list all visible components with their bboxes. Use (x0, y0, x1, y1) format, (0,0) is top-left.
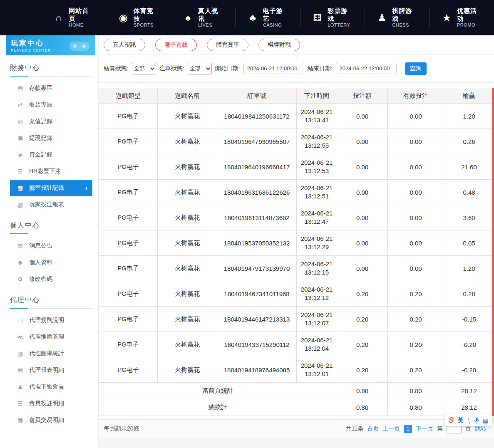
settle-status-select[interactable]: 全部 (132, 63, 156, 74)
bet-date: 2024-06-21 (299, 285, 335, 294)
top-nav-items: ⌂网站首页HOME◉体育竞技SPORTS♠真人视讯LIVES♣电子游艺CASIN… (42, 8, 494, 27)
tab-live-video[interactable]: 真人視訊 (104, 39, 145, 51)
table-right-accent (492, 88, 494, 416)
sidebar-item-label: 會員投註明細 (29, 400, 64, 407)
sidebar-item-agent-team-stats[interactable]: ▥代理團隊統計 (10, 345, 92, 362)
sidebar-item-profile[interactable]: ☻個人資料 (10, 254, 92, 271)
sidebar-item-funds-records[interactable]: ◈資金記錄 (10, 146, 92, 163)
start-date-input[interactable] (243, 63, 304, 74)
order-no-cell: 1804019433715290112 (217, 332, 297, 357)
sidebar-item-agent-rules[interactable]: ▢代理規則說明 (10, 312, 92, 329)
bet-date: 2024-06-21 (299, 311, 335, 319)
sidebar-item-deposit-zone[interactable]: ▤存款專區 (10, 80, 92, 97)
sidebar-item-label: 代理推廣管理 (29, 333, 64, 341)
summary-label: 當前頁統計 (99, 383, 337, 399)
nav-item-text: 电子游艺CASINO (263, 7, 289, 28)
game-type-cell: PG电子 (99, 281, 158, 307)
agent-team-stats-icon: ▥ (17, 350, 24, 357)
sidebar-item-agent-report[interactable]: ▤代理報表明細 (10, 362, 92, 379)
sogou-logo-icon[interactable]: S (449, 416, 454, 425)
game-type-cell: PG电子 (99, 129, 158, 154)
sidebar-item-player-bet-report[interactable]: ▨玩家投注報表 (10, 196, 92, 213)
ime-keyboard-icon[interactable]: ▦ (483, 417, 488, 424)
search-button[interactable]: 查詢 (405, 62, 427, 75)
game-name-cell: 火树赢花 (158, 154, 217, 180)
sidebar-item-hh-lottery-bets[interactable]: ☰HH彩票下注 (10, 163, 92, 180)
sports-icon: ◉ (117, 13, 129, 23)
ime-language-toggle[interactable]: 英 (457, 416, 464, 424)
nav-item-home[interactable]: ⌂网站首页HOME (42, 8, 106, 27)
sidebar-item-agent-promotion[interactable]: ≪代理推廣管理 (10, 329, 92, 345)
table-header-row: 遊戲類型遊戲名稱訂單號下注時間投注額有效投注輸贏 (99, 88, 494, 104)
player-bet-report-icon: ▨ (17, 201, 24, 208)
column-header: 遊戲名稱 (158, 88, 217, 104)
valid-bet-cell: 0.20 (388, 357, 444, 383)
sidebar-item-label: 代理團隊統計 (29, 350, 64, 357)
first-page-link[interactable]: 首页 (367, 425, 379, 433)
sidebar-item-member-bet-detail[interactable]: ☰會員投註明細 (10, 395, 92, 412)
win-loss-cell: 1.20 (444, 256, 494, 281)
sidebar-item-withdraw-zone[interactable]: ⇄取款專區 (10, 97, 92, 113)
game-type-cell: PG电子 (99, 104, 158, 129)
bet-date: 2024-06-21 (299, 361, 335, 370)
tab-electronic-games[interactable]: 電子遊藝 (155, 39, 197, 51)
tab-chess-battle[interactable]: 棋牌對戰 (258, 39, 300, 51)
nav-item-text: 彩票游戏LOTTERY (328, 7, 354, 28)
sidebar-item-recharge-records[interactable]: ◎充值記錄 (10, 113, 92, 130)
sidebar-item-agent-sub-members[interactable]: ♟代理下級會員 (10, 379, 92, 395)
nav-item-text: 优惠活动PROMO (457, 7, 483, 28)
bet-amount-cell: 0.20 (337, 307, 388, 332)
nav-item-promo[interactable]: ★优惠活动PROMO (430, 8, 494, 27)
table-row: PG电子火树赢花18040194461472133132024-06-2113:… (99, 307, 494, 332)
current-page[interactable]: 1 (404, 425, 412, 433)
nav-item-lives[interactable]: ♠真人视讯LIVES (171, 8, 236, 27)
main-content: 真人視訊電子遊藝體育賽事棋牌對戰 結算狀態: 全部 注單狀態: 全部 開始日期:… (99, 35, 494, 448)
valid-bet-cell: 0.00 (388, 154, 444, 180)
win-loss-total: 28.12 (444, 399, 494, 416)
ime-toolbar[interactable]: S 英 ’, ▦ (444, 414, 492, 426)
nav-label-en: PROMO (457, 22, 483, 28)
bet-time-cell: 2024-06-2113:12:07 (297, 307, 337, 332)
ime-punctuation-icon[interactable]: ’, (467, 417, 471, 424)
bet-amount-cell: 0.00 (337, 230, 388, 256)
sidebar-item-withdraw-records[interactable]: ▣提現記錄 (10, 130, 92, 146)
nav-item-sports[interactable]: ◉体育竞技SPORTS (106, 8, 171, 27)
order-no-cell: 1804019479173139970 (217, 256, 297, 281)
bet-time-cell: 2024-06-2113:12:51 (297, 180, 337, 205)
agent-sub-members-icon: ♟ (17, 384, 24, 390)
bet-date: 2024-06-21 (299, 158, 335, 167)
summary-row: 總統計0.800.8028.12 (99, 399, 494, 416)
valid-bet-cell: 0.20 (388, 281, 444, 307)
tab-sports-events[interactable]: 體育賽事 (207, 39, 248, 51)
sidebar-item-member-transactions[interactable]: ▦會員交易明細 (10, 412, 92, 428)
next-page-link[interactable]: 下一页 (416, 425, 433, 433)
sidebar-item-room-bet-records[interactable]: ▦廳室投註記錄› (10, 180, 92, 196)
order-status-select[interactable]: 全部 (188, 63, 212, 74)
end-date-input[interactable] (336, 63, 397, 74)
sidebar-item-label: 會員交易明細 (29, 416, 64, 424)
valid-bet-cell: 0.20 (388, 307, 444, 332)
column-header: 遊戲類型 (99, 88, 158, 104)
table-row: PG电子火树赢花18040196131140736022024-06-2113:… (99, 205, 494, 230)
sidebar-section-list: ✉消息公告☻個人資料⚙修改密碼 (10, 238, 92, 287)
bet-amount-cell: 0.20 (337, 332, 388, 357)
win-loss-total: 28.12 (444, 383, 494, 399)
home-icon: ⌂ (52, 13, 65, 23)
nav-item-casino[interactable]: ♣电子游艺CASINO (236, 8, 300, 27)
order-no-cell: 1804019841250631172 (217, 104, 297, 129)
order-no-cell: 1804019418976494085 (217, 357, 297, 383)
filter-bar: 結算狀態: 全部 注單狀態: 全部 開始日期: 結束日期: 查詢 (99, 54, 494, 83)
prev-page-link[interactable]: 上一页 (382, 425, 400, 433)
nav-item-lottery[interactable]: ⚅彩票游戏LOTTERY (300, 8, 365, 27)
nav-label-zh: 棋牌游戏 (392, 7, 419, 23)
microphone-icon[interactable] (474, 417, 479, 424)
order-no-cell: 1804019467341011968 (217, 281, 297, 307)
bet-amount-cell: 0.00 (337, 180, 388, 205)
sidebar-item-label: 代理規則說明 (29, 317, 64, 324)
sidebar-item-announcements[interactable]: ✉消息公告 (10, 238, 92, 254)
win-loss-cell: 21.60 (444, 154, 494, 180)
nav-item-chess[interactable]: ♟棋牌游戏CHESS (365, 8, 429, 27)
category-tabs: 真人視訊電子遊藝體育賽事棋牌對戰 (99, 35, 494, 54)
nav-label-en: HOME (69, 22, 95, 28)
sidebar-item-change-password[interactable]: ⚙修改密碼 (10, 271, 92, 287)
